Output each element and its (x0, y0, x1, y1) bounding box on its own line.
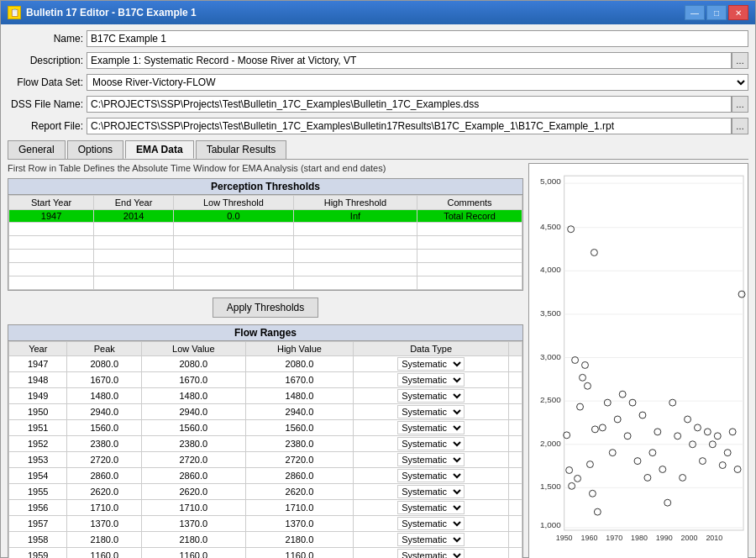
flow-scroll-spacer (509, 452, 522, 468)
flow-type-select[interactable]: Systematic Historic Low Outlier (397, 357, 465, 371)
svg-text:4,500: 4,500 (540, 222, 561, 231)
minimize-button[interactable]: — (685, 5, 705, 20)
tab-ema-data[interactable]: EMA Data (125, 140, 194, 159)
report-file-input[interactable] (87, 118, 732, 134)
flow-cell-type: Systematic Historic Low Outlier (354, 388, 509, 404)
flow-table-row[interactable]: 1947 2080.0 2080.0 2080.0 Systematic His… (9, 356, 522, 372)
flow-cell-high: 1670.0 (245, 372, 354, 388)
cell-high: Inf (293, 210, 417, 223)
flow-table-row[interactable]: 1955 2620.0 2620.0 2620.0 Systematic His… (9, 484, 522, 500)
flow-type-select[interactable]: Systematic Historic Low Outlier (397, 405, 465, 418)
flow-cell-year: 1956 (9, 500, 67, 516)
flow-scroll-spacer (509, 516, 522, 532)
flow-cell-low: 1370.0 (142, 516, 246, 532)
perception-row-empty-2 (9, 236, 522, 250)
description-browse-button[interactable]: … (732, 52, 748, 69)
hint-text: First Row in Table Defines the Absolute … (8, 163, 523, 173)
flow-type-select[interactable]: Systematic Historic Low Outlier (397, 501, 465, 514)
scatter-chart: 5,000 4,500 4,000 3,500 3,000 2,500 2,00… (529, 164, 748, 558)
flow-type-select[interactable]: Systematic Historic Low Outlier (397, 469, 465, 482)
flow-table-row[interactable]: 1953 2720.0 2720.0 2720.0 Systematic His… (9, 452, 522, 468)
svg-text:2,500: 2,500 (540, 395, 561, 404)
flow-cell-low: 1710.0 (142, 500, 246, 516)
flow-cell-year: 1949 (9, 388, 67, 404)
flow-table-row[interactable]: 1956 1710.0 1710.0 1710.0 Systematic His… (9, 500, 522, 516)
flow-table-scroll[interactable]: Year Peak Low Value High Value Data Type… (8, 341, 522, 558)
flow-table-row[interactable]: 1954 2860.0 2860.0 2860.0 Systematic His… (9, 468, 522, 484)
flow-cell-peak: 2940.0 (67, 404, 142, 420)
flow-cell-type: Systematic Historic Low Outlier (354, 372, 509, 388)
perception-table: Start Year End Year Low Threshold High T… (8, 195, 522, 290)
col-comments: Comments (417, 196, 522, 210)
flow-ranges-header: Flow Ranges (8, 325, 522, 341)
flow-type-select[interactable]: Systematic Historic Low Outlier (397, 453, 465, 466)
title-bar: 📋 Bulletin 17 Editor - B17C Example 1 — … (1, 1, 755, 24)
flow-col-year: Year (9, 342, 67, 356)
close-button[interactable]: ✕ (728, 5, 748, 20)
flow-cell-type: Systematic Historic Low Outlier (354, 436, 509, 452)
flow-table-row[interactable]: 1952 2380.0 2380.0 2380.0 Systematic His… (9, 436, 522, 452)
tab-tabular-results[interactable]: Tabular Results (196, 140, 287, 159)
flow-cell-year: 1954 (9, 468, 67, 484)
flow-table-row[interactable]: 1957 1370.0 1370.0 1370.0 Systematic His… (9, 516, 522, 532)
maximize-button[interactable]: □ (706, 5, 727, 20)
flow-cell-peak: 1560.0 (67, 420, 142, 436)
flow-type-select[interactable]: Systematic Historic Low Outlier (397, 437, 465, 450)
flow-type-select[interactable]: Systematic Historic Low Outlier (397, 549, 465, 558)
flow-cell-high: 2380.0 (245, 436, 354, 452)
tab-options[interactable]: Options (67, 140, 123, 159)
flow-cell-peak: 2620.0 (67, 484, 142, 500)
name-input[interactable] (87, 30, 748, 47)
flow-cell-low: 2380.0 (142, 436, 246, 452)
flow-scroll-spacer (509, 548, 522, 559)
flow-data-set-label: Flow Data Set: (8, 76, 83, 88)
tab-general[interactable]: General (8, 140, 66, 159)
flow-type-select[interactable]: Systematic Historic Low Outlier (397, 517, 465, 530)
flow-data-set-select[interactable]: Moose River-Victory-FLOW (87, 74, 748, 91)
flow-type-select[interactable]: Systematic Historic Low Outlier (397, 389, 465, 403)
dss-file-input[interactable] (87, 96, 732, 113)
svg-text:2000: 2000 (681, 534, 698, 542)
flow-cell-peak: 2180.0 (67, 532, 142, 548)
flow-table-row[interactable]: 1959 1160.0 1160.0 1160.0 Systematic His… (9, 548, 522, 559)
flow-table-row[interactable]: 1958 2180.0 2180.0 2180.0 Systematic His… (9, 532, 522, 548)
col-high-threshold: High Threshold (293, 196, 417, 210)
flow-type-select[interactable]: Systematic Historic Low Outlier (397, 373, 465, 387)
flow-type-select[interactable]: Systematic Historic Low Outlier (397, 533, 465, 546)
flow-table-row[interactable]: 1950 2940.0 2940.0 2940.0 Systematic His… (9, 404, 522, 420)
perception-row-empty-5 (9, 276, 522, 290)
col-end-year: End Year (94, 196, 174, 210)
flow-cell-high: 1370.0 (245, 516, 354, 532)
right-panel: 5,000 4,500 4,000 3,500 3,000 2,500 2,00… (528, 163, 748, 558)
flow-cell-low: 2080.0 (142, 356, 246, 372)
col-low-threshold: Low Threshold (173, 196, 293, 210)
flow-data-set-row: Flow Data Set: Moose River-Victory-FLOW (8, 73, 748, 92)
flow-cell-type: Systematic Historic Low Outlier (354, 404, 509, 420)
flow-table-row[interactable]: 1949 1480.0 1480.0 1480.0 Systematic His… (9, 388, 522, 404)
report-file-browse-button[interactable]: … (732, 118, 748, 134)
flow-cell-type: Systematic Historic Low Outlier (354, 516, 509, 532)
cell-start-year: 1947 (9, 210, 94, 223)
flow-cell-peak: 2720.0 (67, 452, 142, 468)
flow-cell-peak: 1160.0 (67, 548, 142, 559)
flow-table-row[interactable]: 1948 1670.0 1670.0 1670.0 Systematic His… (9, 372, 522, 388)
svg-rect-9 (564, 176, 743, 530)
flow-type-select[interactable]: Systematic Historic Low Outlier (397, 485, 465, 498)
perception-row-1[interactable]: 1947 2014 0.0 Inf Total Record (9, 210, 522, 223)
col-start-year: Start Year (9, 196, 94, 210)
perception-row-empty-4 (9, 263, 522, 276)
apply-thresholds-button[interactable]: Apply Thresholds (213, 297, 319, 318)
flow-cell-year: 1957 (9, 516, 67, 532)
svg-text:4,000: 4,000 (540, 265, 561, 274)
description-input[interactable] (87, 52, 732, 69)
flow-cell-low: 2860.0 (142, 468, 246, 484)
flow-cell-high: 1710.0 (245, 500, 354, 516)
flow-cell-high: 2940.0 (245, 404, 354, 420)
svg-text:3,500: 3,500 (540, 308, 561, 318)
dss-file-browse-button[interactable]: … (732, 96, 748, 113)
flow-col-type: Data Type (354, 342, 509, 356)
flow-type-select[interactable]: Systematic Historic Low Outlier (397, 421, 465, 434)
flow-table-row[interactable]: 1951 1560.0 1560.0 1560.0 Systematic His… (9, 420, 522, 436)
flow-cell-low: 2180.0 (142, 532, 246, 548)
svg-text:5,000: 5,000 (540, 176, 561, 186)
